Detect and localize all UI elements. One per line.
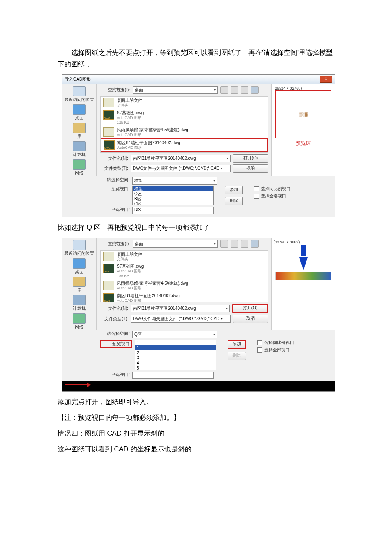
paragraph-case4: 情况四：图纸用 CAD 打开显示斜的 <box>58 428 334 439</box>
folder-icon <box>103 252 114 261</box>
list-item[interactable]: 3 <box>135 356 216 361</box>
checkbox-icon <box>254 194 259 199</box>
all-viewports-checkbox[interactable]: 选择全部视口 <box>254 193 291 199</box>
list-item[interactable]: B区 <box>133 197 213 202</box>
filetype-label: 文件类型(T): <box>98 165 128 171</box>
file-item[interactable]: 首层空心楼盖结构 2013.8.30 - 副本.dwg <box>101 151 268 153</box>
list-item[interactable]: Q区 <box>133 191 213 197</box>
blue-arrow-icon <box>299 244 308 272</box>
add-button[interactable]: 添加 <box>228 340 246 349</box>
place-library[interactable]: 库 <box>64 277 94 293</box>
chevron-down-icon: ▾ <box>213 331 215 338</box>
file-item[interactable]: 南区B1墙柱平面图20140402.dwgAutoCAD 图形 <box>101 292 268 302</box>
place-library[interactable]: 库 <box>64 123 94 139</box>
recent-icon <box>73 86 86 96</box>
up-icon[interactable] <box>231 240 238 248</box>
checkbox-icon <box>257 340 262 345</box>
list-item[interactable]: D区 <box>133 207 213 212</box>
list-item[interactable]: 5 <box>135 366 216 370</box>
dwg-icon <box>104 140 115 150</box>
recent-icon <box>73 240 86 250</box>
preview-dimensions: (32768 × 3869) <box>274 240 300 244</box>
list-item[interactable]: 模型 <box>133 186 213 191</box>
checkbox-icon <box>254 186 259 191</box>
selected-listbox[interactable]: D区 <box>132 207 214 214</box>
back-icon[interactable] <box>220 86 228 94</box>
place-desktop[interactable]: 桌面 <box>64 258 94 275</box>
file-item[interactable]: 风雨操场(鲁家湾崔家营4-5#建筑).dwgAutoCAD 图形 <box>101 126 268 139</box>
add-button[interactable]: 添加 <box>225 186 243 194</box>
filetype-combo[interactable]: DWG文件与矢量图文件 (*.DWG;*.GVD;*.CAD ▾ <box>131 165 231 172</box>
filename-label: 文件名(N): <box>98 306 128 312</box>
lookin-combo[interactable]: 桌面▾ <box>133 86 218 94</box>
file-list[interactable]: 桌面上的文件文件夹 S7基础图.dwgAutoCAD 图形136 KB 风雨操场… <box>100 250 268 302</box>
file-item[interactable]: S7基础图.dwgAutoCAD 图形136 KB <box>101 263 268 280</box>
open-button[interactable]: 打开(O) <box>233 154 268 163</box>
filetype-label: 文件类型(T): <box>98 316 128 322</box>
filename-label: 文件名(N): <box>98 156 128 162</box>
list-item[interactable]: C区 <box>133 202 213 205</box>
chevron-down-icon: ▾ <box>214 87 216 93</box>
red-arrow-icon <box>65 384 90 385</box>
selected-listbox[interactable] <box>132 372 214 379</box>
space-combo[interactable]: 模型▾ <box>132 177 217 185</box>
lookin-label: 查找范围(I): <box>100 241 130 247</box>
file-item[interactable]: 桌面上的文件文件夹 <box>101 97 268 109</box>
space-label: 请选择空间: <box>100 331 130 337</box>
import-cad-dialog-1: 导入CAD图形 × 最近访问的位置 桌面 库 计算机 网络 查找范围(I): 桌… <box>62 74 335 217</box>
file-item[interactable]: 桌面上的文件文件夹 <box>101 251 268 263</box>
same-scale-checkbox[interactable]: 选择同比例视口 <box>254 186 291 192</box>
all-viewports-checkbox[interactable]: 选择全部视口 <box>257 347 294 353</box>
place-network[interactable]: 网络 <box>64 159 94 176</box>
computer-icon <box>73 295 86 305</box>
delete-button[interactable]: 删除 <box>225 197 243 205</box>
newfolder-icon[interactable] <box>241 240 248 248</box>
list-item[interactable]: 1 <box>135 345 216 350</box>
file-item[interactable]: 风雨操场(鲁家湾崔家营4-5#建筑).dwgAutoCAD 图形 <box>101 280 268 292</box>
cancel-button[interactable]: 取消 <box>233 164 268 173</box>
place-recent[interactable]: 最近访问的位置 <box>64 240 94 257</box>
same-scale-checkbox[interactable]: 选择同比例视口 <box>257 340 294 346</box>
lookin-combo[interactable]: 桌面▾ <box>133 240 218 248</box>
file-list[interactable]: 桌面上的文件文件夹 S7基础图.dwgAutoCAD 图形136 KB 风雨操场… <box>100 96 268 153</box>
space-combo[interactable]: Q区▾ <box>132 331 217 338</box>
viewport-listbox[interactable]: 1 1 2 3 4 5 <box>135 340 216 370</box>
file-icon <box>103 281 114 290</box>
place-network[interactable]: 网络 <box>64 313 94 330</box>
filename-combo[interactable]: 南区B1墙柱平面图20140402.dwg▾ <box>131 155 231 162</box>
cancel-button[interactable]: 取消 <box>233 315 268 323</box>
selected-label: 已选视口: <box>100 207 130 213</box>
place-desktop[interactable]: 桌面 <box>64 104 94 121</box>
back-icon[interactable] <box>220 240 228 248</box>
file-item-selected[interactable]: 南区B1墙柱平面图20140402.dwgAutoCAD 图形 <box>100 138 268 152</box>
up-icon[interactable] <box>231 86 238 94</box>
filetype-combo[interactable]: DWG文件与矢量图文件 (*.DWG;*.GVD;*.CAD ▾ <box>131 315 231 323</box>
close-button[interactable]: × <box>320 76 332 83</box>
list-item[interactable]: 4 <box>135 361 216 366</box>
open-button[interactable]: 打开(O) <box>232 304 268 313</box>
file-item[interactable]: S7基础图.dwgAutoCAD 图形136 KB <box>101 109 268 126</box>
place-recent[interactable]: 最近访问的位置 <box>64 86 94 103</box>
cad-canvas-strip <box>62 381 335 391</box>
preview-thumbnail: ▒░▓ <box>299 112 307 116</box>
viewport-listbox[interactable]: 模型 Q区 B区 C区 <box>132 186 214 205</box>
network-icon <box>73 159 86 170</box>
paragraph-2: 比如选择 Q 区，再把预览视口中的每一项都添加了 <box>58 222 334 233</box>
folder-icon <box>103 98 114 107</box>
place-computer[interactable]: 计算机 <box>64 295 94 312</box>
places-bar: 最近访问的位置 桌面 库 计算机 网络 <box>62 238 97 330</box>
delete-button[interactable]: 删除 <box>228 352 246 360</box>
views-icon[interactable] <box>251 86 259 94</box>
list-item[interactable]: 2 <box>135 350 216 356</box>
views-icon[interactable] <box>251 240 259 248</box>
list-item[interactable]: 1 <box>135 340 216 345</box>
filename-combo[interactable]: 南区B1墙柱平面图20140402.dwg▾ <box>131 305 230 312</box>
chevron-down-icon: ▾ <box>214 240 216 247</box>
space-label: 请选择空间: <box>100 177 130 183</box>
preview-dimensions: (26524 × 32768) <box>274 86 302 90</box>
place-computer[interactable]: 计算机 <box>64 141 94 158</box>
computer-icon <box>73 141 86 151</box>
viewport-label: 预览视口: <box>100 340 132 348</box>
newfolder-icon[interactable] <box>241 86 248 94</box>
places-bar: 最近访问的位置 桌面 库 计算机 网络 <box>62 84 97 176</box>
